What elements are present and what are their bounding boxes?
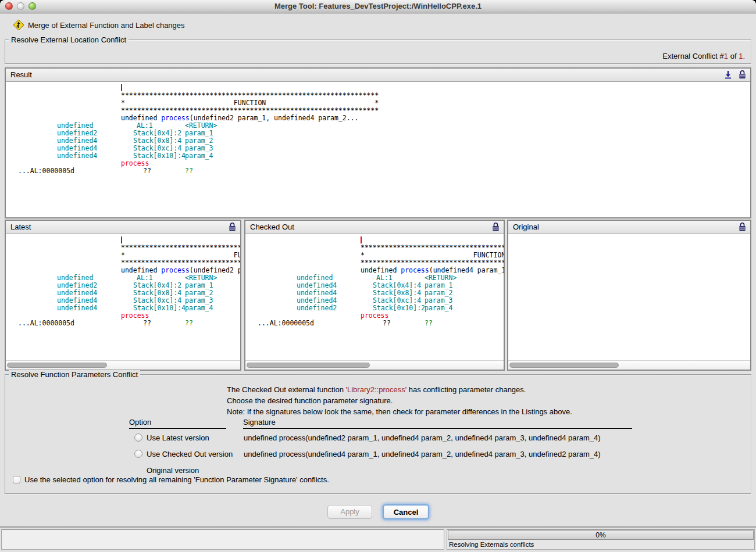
- original-panel: Original: [507, 220, 751, 371]
- latest-panel: Latest *********************************…: [5, 220, 241, 371]
- checked-out-horizontal-scrollbar[interactable]: [245, 360, 504, 370]
- listing-line: undefined4Stack[0x8]:4param_2: [6, 137, 750, 145]
- original-panel-title: Original: [508, 221, 750, 233]
- option-label[interactable]: Use Latest version: [147, 433, 209, 442]
- option-signature: undefined process(undefined4 param_1, un…: [244, 450, 601, 458]
- result-panel-header: Result: [6, 69, 750, 82]
- merge-tool-window: Merge Tool: Features_DevTestProject:/Win…: [0, 0, 756, 552]
- function-parameters-conflict-group: Resolve Function Parameters Conflict The…: [5, 374, 751, 494]
- radio-option-0[interactable]: [134, 433, 142, 442]
- use-for-all-checkbox[interactable]: [13, 476, 20, 483]
- latest-panel-header: Latest: [6, 221, 240, 234]
- merge-phase-header: Merge of External Function and Label cha…: [0, 13, 756, 38]
- lock-icon[interactable]: [738, 70, 747, 80]
- option-label: Original version: [147, 466, 199, 475]
- apply-button[interactable]: Apply: [327, 505, 372, 519]
- scrollbar-thumb[interactable]: [247, 363, 370, 368]
- latest-horizontal-scrollbar[interactable]: [6, 360, 240, 370]
- zoom-window-button[interactable]: [28, 2, 36, 10]
- listing-line: ...AL:0000005d????: [6, 320, 240, 327]
- external-location-conflict-group: Resolve External Location Conflict Exter…: [5, 40, 751, 64]
- result-panel-title: Result: [6, 69, 750, 81]
- group-title-function-parameters: Resolve Function Parameters Conflict: [9, 370, 140, 379]
- checked-out-listing[interactable]: ****************************************…: [245, 234, 504, 361]
- merge-phase-title: Merge of External Function and Label cha…: [28, 21, 185, 30]
- down-arrow-icon[interactable]: [723, 70, 733, 80]
- result-panel: Result ************: [5, 67, 751, 218]
- lock-icon[interactable]: [228, 222, 237, 232]
- latest-listing[interactable]: ****************************************…: [6, 234, 240, 361]
- listing-line: undefined2Stack[0x4]:2param_1: [6, 130, 750, 137]
- listing-line: undefined4Stack[0x10]:4param_4: [6, 152, 750, 160]
- option-row: Use Checked Out versionundefined process…: [5, 447, 748, 463]
- checked-out-panel: Checked Out ****************************…: [244, 220, 505, 371]
- conflict-note: Note: If the signatures below look the s…: [227, 407, 572, 416]
- radio-option-1[interactable]: [134, 450, 142, 458]
- scrollbar-thumb[interactable]: [509, 363, 619, 368]
- status-bar-divider: [0, 526, 756, 528]
- listing-line: undefined4Stack[0xc]:4param_3: [6, 145, 750, 152]
- merge-sign-icon: [13, 19, 24, 31]
- lock-icon[interactable]: [491, 222, 501, 232]
- external-conflict-counter: External Conflict #1 of 1.: [662, 52, 745, 60]
- conflict-instruction: Choose the desired function parameter si…: [227, 396, 393, 405]
- progress-status-text: Resolving Externals conflicts: [449, 541, 534, 548]
- checked-out-panel-title: Checked Out: [245, 221, 504, 233]
- progress-area: 0% Resolving Externals conflicts: [447, 529, 755, 550]
- conflict-description: The Checked Out external function 'Libra…: [227, 385, 526, 394]
- result-listing[interactable]: ****************************************…: [6, 82, 750, 217]
- title-bar[interactable]: Merge Tool: Features_DevTestProject:/Win…: [0, 0, 756, 13]
- listing-cursor: [121, 84, 122, 91]
- scrollbar-thumb[interactable]: [7, 363, 107, 368]
- signature-column-header: Signature: [243, 418, 632, 429]
- listing-line: ...AL:0000005d????: [6, 167, 750, 175]
- close-window-button[interactable]: [5, 2, 13, 10]
- status-message-area: [1, 529, 444, 550]
- cancel-button[interactable]: Cancel: [383, 504, 429, 519]
- option-signature: undefined process(undefined2 param_1, un…: [244, 433, 601, 442]
- original-panel-header: Original: [508, 221, 750, 234]
- minimize-window-button[interactable]: [17, 2, 24, 10]
- listing-line: undefinedAL:1<RETURN>: [6, 122, 750, 130]
- checked-out-panel-header: Checked Out: [245, 221, 504, 234]
- window-title: Merge Tool: Features_DevTestProject:/Win…: [0, 0, 756, 13]
- listing-line: undefined process(undefined4 param_1, un…: [245, 267, 504, 274]
- original-listing[interactable]: [508, 234, 750, 361]
- use-for-all-label: Use the selected option for resolving al…: [24, 475, 329, 484]
- group-title-external-location: Resolve External Location Conflict: [9, 35, 129, 44]
- listing-cursor: [361, 236, 362, 243]
- lock-icon[interactable]: [738, 222, 747, 232]
- option-row: Use Latest versionundefined process(unde…: [5, 431, 748, 447]
- original-horizontal-scrollbar[interactable]: [508, 360, 750, 370]
- listing-line: undefined process(undefined2 param_1, un…: [6, 114, 750, 122]
- listing-line: process: [6, 160, 750, 167]
- option-label[interactable]: Use Checked Out version: [147, 450, 233, 458]
- progress-bar: 0%: [448, 531, 754, 540]
- latest-panel-title: Latest: [6, 221, 240, 233]
- option-column-header: Option: [129, 418, 226, 429]
- option-table: Use Latest versionundefined process(unde…: [5, 431, 748, 477]
- listing-cursor: [121, 236, 122, 243]
- listing-line: ****************************************…: [6, 107, 750, 114]
- listing-line: ...AL:0000005d????: [245, 320, 504, 327]
